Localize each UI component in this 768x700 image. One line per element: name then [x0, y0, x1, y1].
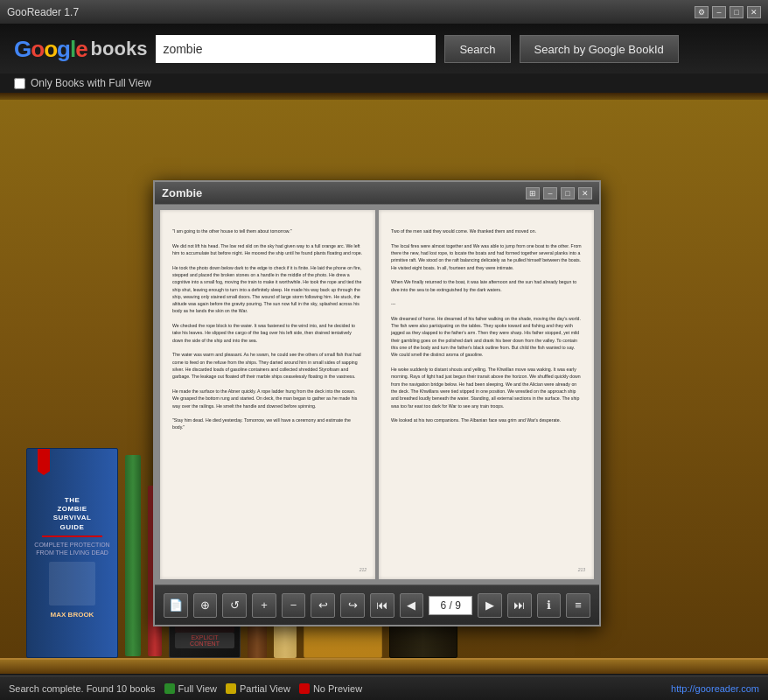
partial-view-dot — [226, 683, 236, 694]
no-preview-badge: No Preview — [299, 683, 362, 694]
bookmark-icon — [38, 449, 50, 475]
toolbar-prev-btn[interactable]: ◀ — [400, 593, 424, 618]
left-page-number: 212 — [360, 567, 367, 574]
viewer-maximize-btn[interactable]: ⊞ — [526, 187, 540, 200]
restore-button[interactable]: □ — [730, 6, 744, 18]
page-indicator: 6 / 9 — [429, 596, 472, 615]
viewer-close-btn[interactable]: ✕ — [578, 187, 592, 200]
viewer-restore-btn[interactable]: □ — [561, 187, 575, 200]
book-subtitle: COMPLETE PROTECTION FROM THE LIVING DEAD — [34, 541, 110, 556]
title-bar: GooReader 1.7 ⚙ – □ ✕ — [0, 0, 768, 24]
book-author: MAX BROOK — [51, 611, 94, 619]
shelf-top-strip — [0, 93, 768, 100]
toolbar-undo-btn[interactable]: ↩ — [311, 593, 335, 618]
status-left: Search complete. Found 10 books Full Vie… — [9, 683, 362, 694]
toolbar-first-btn[interactable]: ⏮ — [370, 593, 394, 618]
book-spine-1 — [125, 455, 141, 656]
shelf-plank — [0, 658, 768, 674]
toolbar-last-btn[interactable]: ⏭ — [507, 593, 532, 618]
viewer-toolbar: 📄 ⊕ ↺ + − ↩ ↪ ⏮ ◀ 6 / 9 ▶ ⏭ ℹ ≡ — [155, 584, 599, 625]
book-title: THEZOMBIESURVIVALGUIDE — [53, 496, 92, 533]
toolbar-zoom-out-btn[interactable]: − — [282, 593, 306, 618]
search-button[interactable]: Search — [444, 35, 510, 63]
logo-google: Google — [14, 36, 87, 63]
toolbar-add-btn[interactable]: ⊕ — [193, 593, 218, 618]
app-title: GooReader 1.7 — [7, 6, 79, 18]
viewer-titlebar: Zombie ⊞ – □ ✕ — [155, 182, 599, 205]
toolbar-refresh-btn[interactable]: ↺ — [222, 593, 247, 618]
search-by-id-button[interactable]: Search by Google BookId — [520, 35, 679, 63]
toolbar-menu-btn[interactable]: ≡ — [566, 593, 590, 618]
window-controls: ⚙ – □ ✕ — [695, 6, 761, 18]
header: Google books Search Search by Google Boo… — [0, 24, 768, 74]
status-text: Search complete. Found 10 books — [9, 683, 156, 694]
logo: Google books — [14, 36, 147, 63]
no-preview-badge-label: No Preview — [313, 683, 362, 694]
full-view-badge: Full View — [164, 683, 217, 694]
settings-button[interactable]: ⚙ — [695, 6, 709, 18]
search-input[interactable] — [156, 35, 436, 63]
full-view-dot — [164, 683, 175, 694]
right-page-number: 213 — [578, 567, 585, 574]
toolbar-redo-btn[interactable]: ↪ — [340, 593, 365, 618]
viewer-minimize-btn[interactable]: – — [543, 187, 557, 200]
toolbar-zoom-in-btn[interactable]: + — [252, 593, 276, 618]
partial-view-badge: Partial View — [226, 683, 290, 694]
book-page-left: "I am going to the other house to tell t… — [160, 210, 375, 579]
full-view-checkbox[interactable] — [14, 78, 25, 89]
website-link[interactable]: http://gooreader.com — [671, 683, 759, 694]
viewer-controls: ⊞ – □ ✕ — [526, 187, 592, 200]
main-area: THEZOMBIESURVIVALGUIDE COMPLETE PROTECTI… — [0, 93, 768, 674]
full-view-badge-label: Full View — [178, 683, 217, 694]
book-page-right: Two of the men said they would come. We … — [379, 210, 594, 579]
toolbar-next-btn[interactable]: ▶ — [478, 593, 502, 618]
viewer-content: "I am going to the other house to tell t… — [155, 205, 599, 584]
book-zombie-survival[interactable]: THEZOMBIESURVIVALGUIDE COMPLETE PROTECTI… — [26, 448, 118, 658]
right-page-text: Two of the men said they would come. We … — [391, 228, 582, 424]
minimize-button[interactable]: – — [712, 6, 726, 18]
status-bar: Search complete. Found 10 books Full Vie… — [0, 676, 768, 700]
close-button[interactable]: ✕ — [747, 6, 761, 18]
viewer-title: Zombie — [162, 186, 202, 200]
logo-books: books — [91, 38, 148, 60]
left-page-text: "I am going to the other house to tell t… — [172, 228, 363, 431]
book-viewer: Zombie ⊞ – □ ✕ "I am going to the other … — [153, 180, 601, 626]
partial-view-badge-label: Partial View — [240, 683, 290, 694]
no-preview-dot — [299, 683, 310, 694]
checkbox-row: Only Books with Full View — [0, 74, 768, 93]
toolbar-info-btn[interactable]: ℹ — [537, 593, 562, 618]
full-view-label[interactable]: Only Books with Full View — [31, 77, 151, 89]
toolbar-page-btn[interactable]: 📄 — [164, 593, 188, 618]
